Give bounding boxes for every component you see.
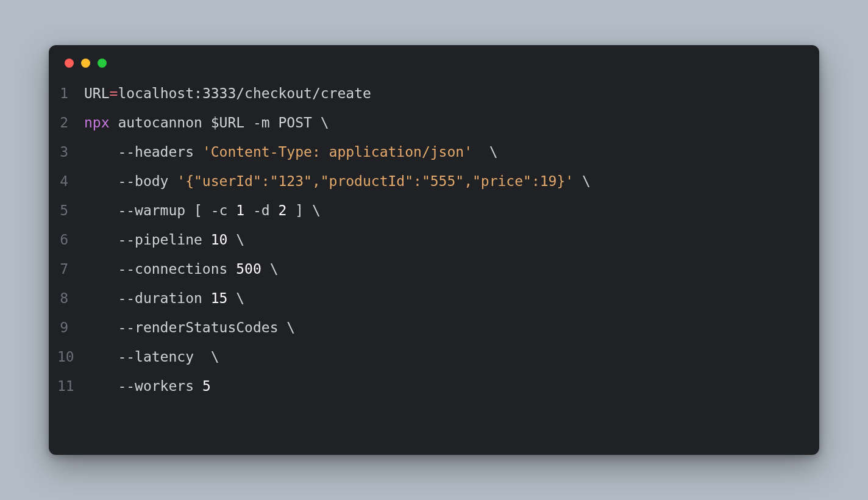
titlebar [49,45,819,73]
token: 1 [236,202,244,218]
line-number: 10 [57,342,84,371]
line-number: 3 [57,137,84,166]
code-content[interactable]: --duration 15 \ [84,284,244,313]
token [472,144,489,160]
token: 5 [202,378,211,394]
code-line[interactable]: 8 --duration 15 \ [57,284,803,313]
token: 15 [211,290,228,306]
token: 2 [279,202,287,218]
token: --body [84,173,177,189]
token: \ [321,115,329,130]
code-content[interactable]: --pipeline 10 \ [84,225,244,254]
code-content[interactable]: npx autocannon $URL -m POST \ [84,108,329,137]
token: 'Content-Type: application/json' [202,144,472,160]
code-content[interactable]: URL=localhost:3333/checkout/create [84,79,371,108]
token: 500 [236,261,261,277]
code-editor[interactable]: 1URL=localhost:3333/checkout/create2npx … [49,73,819,418]
token: --connections [84,261,236,277]
line-number: 5 [57,196,84,225]
token: --renderStatusCodes [84,320,286,335]
token: --warmup [ -c [84,202,236,218]
token: npx [84,115,110,130]
line-number: 9 [57,313,84,342]
token: \ [236,232,244,248]
code-line[interactable]: 7 --connections 500 \ [57,254,803,284]
token: --workers [84,378,202,394]
token: \ [270,261,279,277]
code-line[interactable]: 6 --pipeline 10 \ [57,225,803,254]
code-content[interactable]: --headers 'Content-Type: application/jso… [84,137,498,166]
close-icon[interactable] [65,59,74,68]
code-line[interactable]: 9 --renderStatusCodes \ [57,313,803,342]
code-content[interactable]: --warmup [ -c 1 -d 2 ] \ [84,196,321,225]
minimize-icon[interactable] [81,59,90,68]
token: \ [489,144,498,160]
token [261,261,270,277]
maximize-icon[interactable] [98,59,107,68]
token: \ [286,320,295,335]
code-window: 1URL=localhost:3333/checkout/create2npx … [49,45,819,455]
line-number: 2 [57,108,84,137]
code-content[interactable]: --latency \ [84,342,219,371]
token: localhost:3333/checkout/create [118,85,371,101]
code-line[interactable]: 5 --warmup [ -c 1 -d 2 ] \ [57,196,803,225]
token: '{"userId":"123","productId":"555","pric… [177,173,574,189]
code-line[interactable]: 1URL=localhost:3333/checkout/create [57,79,803,108]
code-content[interactable]: --renderStatusCodes \ [84,313,295,342]
line-number: 4 [57,166,84,196]
code-content[interactable]: --connections 500 \ [84,254,279,284]
line-number: 1 [57,79,84,108]
token [227,232,236,248]
token: 10 [211,232,228,248]
token: \ [312,202,321,218]
token: ] [286,202,312,218]
token: \ [236,290,244,306]
token: URL [84,85,110,101]
line-number: 6 [57,225,84,254]
token: -d [244,202,278,218]
code-line[interactable]: 2npx autocannon $URL -m POST \ [57,108,803,137]
token [227,290,236,306]
token: --latency [84,349,211,365]
code-content[interactable]: --body '{"userId":"123","productId":"555… [84,166,591,196]
code-line[interactable]: 4 --body '{"userId":"123","productId":"5… [57,166,803,196]
token: --headers [84,144,202,160]
token: autocannon $URL -m POST [118,115,320,130]
code-line[interactable]: 11 --workers 5 [57,371,803,401]
code-line[interactable]: 3 --headers 'Content-Type: application/j… [57,137,803,166]
token: --duration [84,290,211,306]
token [110,115,118,130]
code-content[interactable]: --workers 5 [84,371,211,401]
token: \ [211,349,219,365]
line-number: 8 [57,284,84,313]
token: --pipeline [84,232,211,248]
code-line[interactable]: 10 --latency \ [57,342,803,371]
token [574,173,582,189]
token: \ [582,173,591,189]
line-number: 11 [57,371,84,401]
line-number: 7 [57,254,84,284]
token: = [110,85,118,101]
